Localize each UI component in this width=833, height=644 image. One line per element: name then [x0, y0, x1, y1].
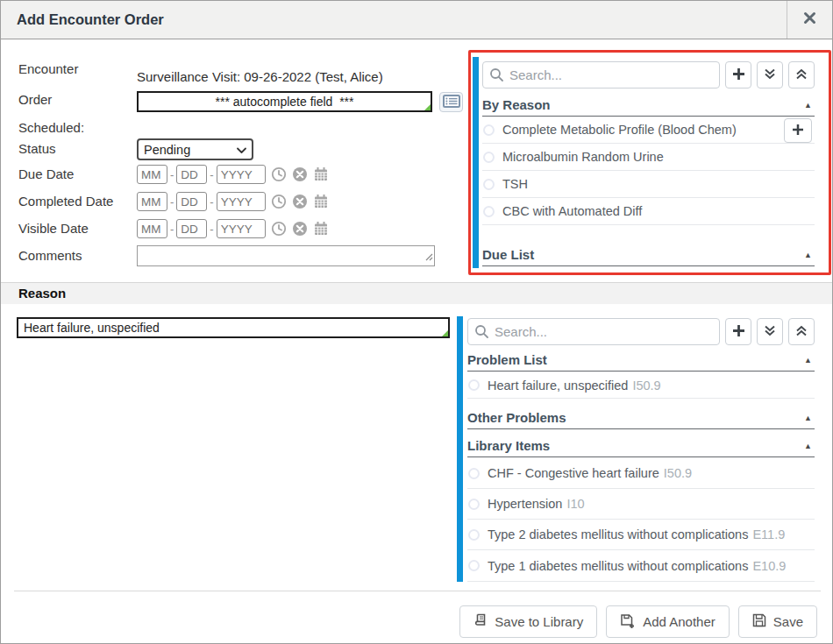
reason-item-row[interactable]: Heart failure, unspecified I50.9: [467, 372, 815, 399]
double-chevron-up-icon: [795, 324, 808, 340]
reason-item-code: I10: [566, 497, 584, 511]
section-title: Other Problems: [467, 410, 566, 425]
completed-date-yyyy-input[interactable]: [217, 192, 266, 211]
order-autocomplete-input[interactable]: [137, 91, 432, 112]
due-date-row: --: [137, 165, 329, 184]
reason-item-code: I50.9: [664, 466, 692, 480]
reason-autocomplete-input[interactable]: [17, 317, 450, 338]
comments-label: Comments: [18, 248, 82, 263]
order-picker-add-button[interactable]: [725, 61, 751, 88]
status-select-wrap: Pending: [137, 138, 253, 160]
order-item-row[interactable]: Microalbumin Random Urine: [482, 144, 815, 171]
save-icon: [752, 613, 766, 630]
reason-field-wrap: [17, 317, 450, 338]
scheduled-label: Scheduled:: [18, 120, 84, 135]
book-icon: [473, 613, 488, 630]
calendar-icon[interactable]: [313, 166, 329, 182]
reason-item-code: I50.9: [632, 379, 660, 393]
radio-circle-icon: [468, 560, 480, 571]
reason-picker-search-wrap: [467, 318, 720, 345]
footer-actions: Save to Library Add Another Save: [459, 605, 817, 638]
section-title: Due List: [482, 247, 534, 262]
order-item-add-button[interactable]: [784, 118, 812, 143]
order-item-label: TSH: [502, 177, 528, 191]
completed-date-dd-input[interactable]: [176, 192, 207, 211]
close-button[interactable]: [787, 1, 832, 39]
dialog-title: Add Encounter Order: [17, 1, 164, 39]
clock-icon[interactable]: [271, 166, 287, 182]
button-label: Save to Library: [495, 614, 583, 629]
completed-date-mm-input[interactable]: [137, 192, 167, 211]
section-library-items[interactable]: Library Items ▲: [467, 435, 815, 457]
comments-textarea[interactable]: [137, 245, 435, 266]
footer-divider: [14, 591, 821, 591]
order-item-row[interactable]: CBC with Automated Diff: [482, 198, 815, 225]
reason-picker-add-button[interactable]: [725, 318, 751, 345]
order-picker-expand-all-button[interactable]: [757, 61, 783, 88]
clock-icon[interactable]: [271, 221, 287, 237]
clear-date-icon[interactable]: [292, 166, 308, 182]
reason-item-label: Hypertension: [488, 497, 562, 511]
section-problem-list[interactable]: Problem List ▲: [467, 349, 815, 372]
resize-grip-icon: [424, 104, 431, 110]
calendar-icon[interactable]: [313, 221, 329, 237]
add-encounter-order-dialog: Add Encounter Order Encounter Surveillan…: [0, 0, 833, 644]
order-lookup-button[interactable]: [439, 92, 463, 112]
save-button[interactable]: Save: [738, 605, 817, 638]
reason-item-label: Type 1 diabetes mellitus without complic…: [488, 559, 748, 573]
clear-date-icon[interactable]: [292, 221, 308, 237]
order-picker-collapse-all-button[interactable]: [788, 61, 815, 88]
section-title: Library Items: [467, 438, 550, 453]
reason-item-row[interactable]: Type 2 diabetes mellitus without complic…: [467, 520, 815, 550]
add-another-button[interactable]: Add Another: [606, 605, 730, 638]
radio-circle-icon: [483, 124, 495, 136]
reason-item-row[interactable]: Type 1 diabetes mellitus without complic…: [467, 550, 815, 582]
reason-item-label: Type 2 diabetes mellitus without complic…: [488, 527, 748, 541]
clock-icon[interactable]: [271, 194, 287, 209]
reason-picker-collapse-all-button[interactable]: [788, 318, 815, 345]
section-due-list[interactable]: Due List ▲: [482, 244, 815, 266]
reason-picker-accent-bar: [457, 316, 463, 582]
due-date-dd-input[interactable]: [176, 165, 207, 184]
reason-item-row[interactable]: Hypertension I10: [467, 489, 815, 520]
reason-picker-expand-all-button[interactable]: [757, 318, 783, 345]
status-label: Status: [18, 141, 56, 156]
completed-date-row: --: [137, 192, 329, 211]
section-title: By Reason: [482, 97, 551, 112]
visible-date-dd-input[interactable]: [176, 219, 207, 238]
reason-item-row[interactable]: CHF - Congestive heart failure I50.9: [467, 458, 815, 489]
encounter-label: Encounter: [18, 61, 78, 76]
section-by-reason[interactable]: By Reason ▲: [482, 94, 815, 117]
reason-section-title: Reason: [18, 286, 66, 301]
double-chevron-up-icon: [795, 67, 808, 83]
visible-date-mm-input[interactable]: [137, 219, 167, 238]
reason-item-code: E11.9: [752, 527, 785, 541]
radio-circle-icon: [483, 152, 495, 163]
save-to-library-button[interactable]: Save to Library: [459, 605, 597, 638]
comments-field-wrap: [137, 245, 435, 266]
collapse-caret-icon: ▲: [804, 442, 815, 450]
reason-picker-search-input[interactable]: [467, 318, 720, 345]
order-item-label: CBC with Automated Diff: [502, 204, 642, 218]
order-label: Order: [18, 92, 52, 107]
visible-date-yyyy-input[interactable]: [217, 219, 266, 238]
due-date-mm-input[interactable]: [137, 165, 167, 184]
encounter-value: Surveillance Visit: 09-26-2022 (Test, Al…: [137, 69, 383, 84]
save-plus-icon: [620, 613, 636, 631]
order-picker-search-input[interactable]: [482, 61, 720, 88]
section-title: Problem List: [467, 352, 547, 367]
plus-icon: [732, 324, 745, 340]
section-other-problems[interactable]: Other Problems ▲: [467, 407, 815, 429]
due-date-label: Due Date: [18, 166, 74, 181]
clear-date-icon[interactable]: [292, 194, 308, 209]
button-label: Add Another: [643, 614, 716, 629]
order-item-row[interactable]: TSH: [482, 171, 815, 198]
due-date-yyyy-input[interactable]: [217, 165, 266, 184]
radio-circle-icon: [468, 379, 480, 391]
collapse-caret-icon: ▲: [804, 101, 815, 110]
status-select[interactable]: Pending: [137, 138, 253, 160]
radio-circle-icon: [468, 499, 480, 510]
reason-item-label: CHF - Congestive heart failure: [488, 466, 659, 480]
order-item-row[interactable]: Complete Metabolic Profile (Blood Chem): [482, 117, 815, 144]
calendar-icon[interactable]: [313, 194, 329, 209]
